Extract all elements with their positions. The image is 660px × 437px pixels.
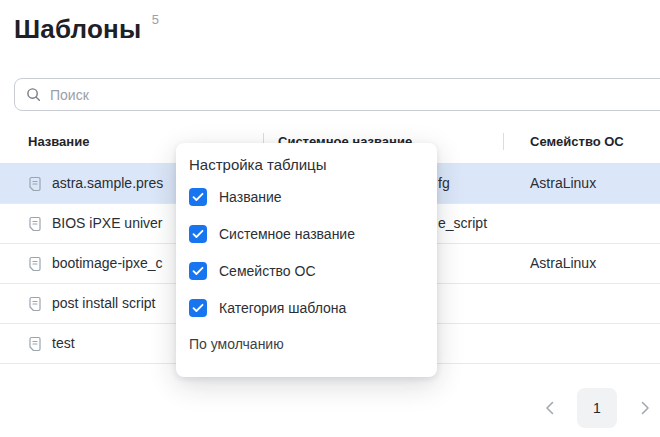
checkmark-icon	[192, 192, 204, 202]
checkbox-label: Системное название	[219, 226, 355, 242]
pagination: 1	[542, 388, 652, 428]
page-1-button[interactable]: 1	[577, 388, 617, 428]
template-name: post install script	[52, 295, 155, 311]
column-toggle-os-family[interactable]: Семейство ОС	[189, 252, 421, 289]
column-separator	[503, 133, 504, 150]
checkbox-label: Семейство ОС	[219, 263, 316, 279]
page-header: Шаблоны 5	[14, 14, 159, 45]
document-icon	[27, 336, 43, 352]
template-os-family: AstraLinux	[530, 175, 596, 191]
template-name: bootimage-ipxe_c	[52, 255, 163, 271]
column-header-name: Название	[28, 134, 89, 149]
checkmark-icon	[192, 303, 204, 313]
prev-page-button[interactable]	[542, 388, 556, 428]
page-title: Шаблоны	[14, 14, 141, 44]
chevron-left-icon	[545, 401, 554, 415]
templates-page: Шаблоны 5 Название Системное название Се…	[0, 0, 660, 437]
document-icon	[27, 176, 43, 192]
next-page-button[interactable]	[638, 388, 652, 428]
column-toggle-system-name[interactable]: Системное название	[189, 215, 421, 252]
checkbox-checked[interactable]	[189, 188, 207, 206]
checkbox-checked[interactable]	[189, 262, 207, 280]
templates-count-badge: 5	[152, 12, 159, 27]
column-header-os-family: Семейство ОС	[530, 134, 624, 149]
checkbox-label: Категория шаблона	[219, 300, 346, 316]
template-name: test	[52, 335, 75, 351]
template-name: astra.sample.pres	[52, 175, 163, 191]
search-icon	[26, 87, 41, 102]
column-toggle-name[interactable]: Название	[189, 178, 421, 215]
document-icon	[27, 296, 43, 312]
popup-title: Настройка таблицы	[189, 156, 421, 173]
search-box[interactable]	[14, 78, 660, 111]
checkbox-checked[interactable]	[189, 299, 207, 317]
document-icon	[27, 216, 43, 232]
document-icon	[27, 256, 43, 272]
template-system-name: fg	[438, 175, 450, 191]
column-toggle-template-category[interactable]: Категория шаблона	[189, 289, 421, 326]
template-system-name: e_script	[438, 215, 487, 231]
reset-to-default-button[interactable]: По умолчанию	[189, 336, 284, 352]
checkmark-icon	[192, 266, 204, 276]
checkbox-label: Название	[219, 189, 282, 205]
checkmark-icon	[192, 229, 204, 239]
template-name: BIOS iPXE univer	[52, 215, 163, 231]
template-os-family: AstraLinux	[530, 255, 596, 271]
search-input[interactable]	[50, 87, 660, 103]
checkbox-checked[interactable]	[189, 225, 207, 243]
table-settings-popup: Настройка таблицы Название Системное наз…	[176, 143, 437, 377]
chevron-right-icon	[641, 401, 650, 415]
